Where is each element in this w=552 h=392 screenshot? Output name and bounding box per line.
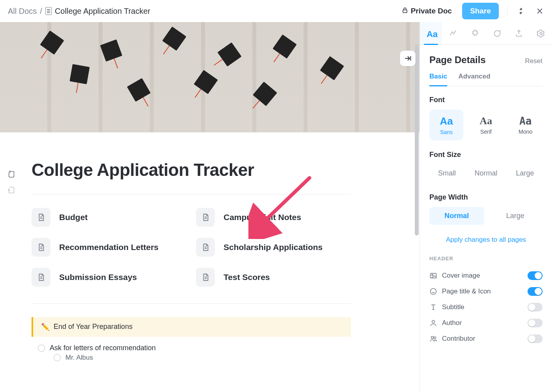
page-icon: [32, 268, 50, 287]
scrollbar-thumb[interactable]: [415, 44, 419, 235]
font-sample: Aa: [440, 115, 453, 127]
font-options: Aa Sans Aa Serif Aa Mono: [429, 110, 543, 140]
breadcrumb: All Docs / College Application Tracker: [8, 7, 150, 16]
font-caption: Mono: [518, 129, 532, 135]
header-row-label: Subtitle: [442, 303, 464, 311]
page-width-label: Page Width: [429, 193, 543, 202]
page-icon: [196, 208, 215, 227]
tab-plugins[interactable]: [464, 22, 486, 45]
collapse-icon[interactable]: [517, 7, 525, 15]
font-size-normal[interactable]: Normal: [468, 164, 504, 182]
svg-rect-0: [403, 10, 407, 13]
toggle-contributor[interactable]: [528, 334, 543, 343]
callout-text: End of Year Preparations: [54, 323, 132, 331]
tab-comments[interactable]: [486, 22, 508, 45]
svg-point-5: [431, 289, 436, 295]
tab-settings[interactable]: [530, 22, 552, 45]
todo-text: Ask for letters of recommendation: [50, 344, 156, 352]
subpage-link[interactable]: Scholarship Applications: [196, 238, 351, 257]
toggle-page-title[interactable]: [528, 287, 543, 296]
tab-export[interactable]: [508, 22, 530, 45]
svg-point-2: [540, 32, 542, 35]
page-icon: [32, 208, 50, 227]
divider: [32, 303, 351, 304]
todo-item[interactable]: Ask for letters of recommendation: [32, 342, 351, 352]
privacy-indicator[interactable]: Private Doc: [401, 7, 452, 16]
tab-typography[interactable]: Aa: [420, 22, 442, 45]
subpage-label: Campus Visit Notes: [224, 213, 301, 222]
font-size-large[interactable]: Large: [507, 164, 543, 182]
people-icon: [429, 335, 437, 343]
breadcrumb-current[interactable]: College Application Tracker: [55, 7, 150, 16]
svg-point-4: [432, 274, 433, 276]
font-sample: Aa: [519, 115, 531, 127]
page-width-options: Normal Large: [429, 207, 543, 225]
callout-block[interactable]: ✏️ End of Year Preparations: [32, 317, 351, 337]
apply-all-link[interactable]: Apply changes to all pages: [429, 236, 543, 244]
share-button[interactable]: Share: [462, 3, 499, 19]
font-caption: Sans: [440, 129, 453, 135]
svg-rect-3: [431, 273, 436, 278]
font-label: Font: [429, 96, 543, 104]
subpage-grid: Budget Campus Visit Notes Recommendation…: [32, 208, 351, 287]
subtab-basic[interactable]: Basic: [429, 73, 447, 86]
todo-text: Mr. Albus: [65, 354, 93, 362]
breadcrumb-sep: /: [40, 7, 42, 16]
header-row-author: Author: [429, 315, 543, 331]
subpage-label: Test Scores: [224, 273, 270, 282]
page-width-large[interactable]: Large: [488, 207, 543, 225]
divider: [32, 194, 351, 194]
panel-title: Page Details: [429, 54, 486, 65]
subpage-label: Scholarship Applications: [224, 243, 323, 252]
svg-point-8: [434, 337, 436, 339]
toggle-author[interactable]: [528, 319, 543, 327]
privacy-label: Private Doc: [411, 7, 452, 15]
svg-point-6: [432, 320, 435, 323]
person-icon: [429, 319, 437, 327]
text-icon: [429, 303, 437, 311]
subpage-link[interactable]: Test Scores: [196, 268, 351, 287]
subtab-advanced[interactable]: Advanced: [458, 73, 490, 86]
page-title[interactable]: College Application Tracker: [32, 160, 351, 180]
detail-subtabs: Basic Advanced: [429, 73, 543, 86]
document-area: College Application Tracker Budget Campu…: [0, 22, 420, 392]
font-option-mono[interactable]: Aa Mono: [509, 110, 543, 140]
subpage-label: Recommendation Letters: [59, 243, 159, 252]
close-icon[interactable]: [535, 7, 544, 15]
subpage-link[interactable]: Budget: [32, 208, 186, 227]
svg-point-7: [431, 336, 434, 339]
header-row-label: Page title & Icon: [442, 287, 491, 295]
pencil-icon: ✏️: [41, 323, 50, 331]
header-row-cover: Cover image: [429, 268, 543, 284]
checkbox-icon[interactable]: [54, 354, 61, 361]
subpage-label: Budget: [59, 213, 88, 222]
emoji-icon: [429, 287, 437, 295]
page-width-normal[interactable]: Normal: [429, 207, 484, 225]
topbar-divider: [507, 6, 508, 17]
image-icon: [429, 272, 437, 280]
panel-collapse-button[interactable]: [400, 50, 416, 66]
reset-button[interactable]: Reset: [525, 57, 543, 65]
subpage-link[interactable]: Submission Essays: [32, 268, 186, 287]
subpage-link[interactable]: Campus Visit Notes: [196, 208, 351, 227]
breadcrumb-root[interactable]: All Docs: [8, 7, 37, 16]
subpage-link[interactable]: Recommendation Letters: [32, 238, 186, 257]
font-option-serif[interactable]: Aa Serif: [469, 110, 503, 140]
page-icon: [32, 238, 50, 257]
header-row-label: Cover image: [442, 272, 480, 280]
cover-image[interactable]: [0, 22, 420, 133]
header-row-label: Contributor: [442, 335, 475, 343]
font-size-small[interactable]: Small: [429, 164, 464, 182]
font-option-sans[interactable]: Aa Sans: [429, 110, 463, 140]
checkbox-icon[interactable]: [38, 345, 45, 352]
tab-relations[interactable]: [442, 22, 464, 45]
toggle-cover-image[interactable]: [528, 271, 543, 280]
font-size-label: Font Size: [429, 151, 543, 159]
todo-item[interactable]: Mr. Albus: [32, 352, 351, 362]
scrollbar[interactable]: [415, 44, 419, 392]
toggle-subtitle[interactable]: [528, 303, 543, 312]
panel-tab-strip: Aa: [420, 22, 552, 45]
subpage-label: Submission Essays: [59, 273, 137, 282]
font-size-options: Small Normal Large: [429, 164, 543, 182]
header-section-label: HEADER: [429, 256, 543, 261]
